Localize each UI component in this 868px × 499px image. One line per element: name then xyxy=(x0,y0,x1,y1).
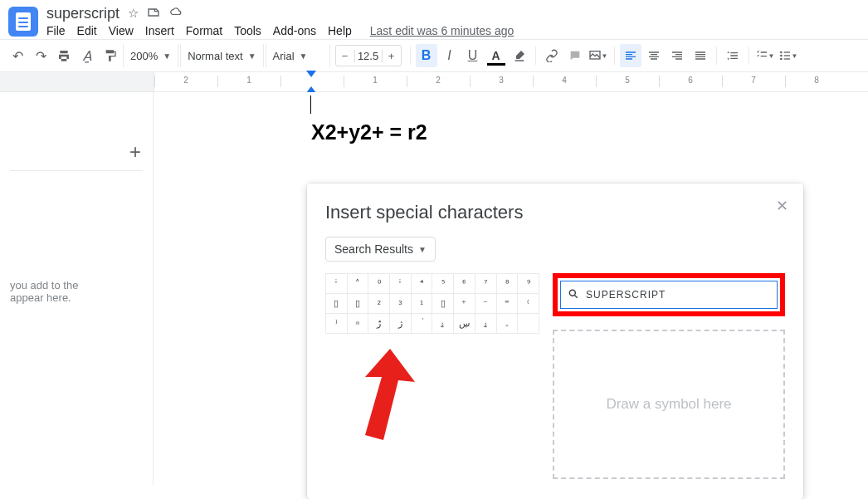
char-cell[interactable]: ۦ xyxy=(496,314,518,334)
char-cell[interactable]: ⁺ xyxy=(454,294,475,314)
paint-format-button[interactable] xyxy=(100,44,121,67)
ruler-tick: 3 xyxy=(470,76,533,87)
char-cell[interactable]: ژ xyxy=(390,314,412,334)
font-size-stepper[interactable]: − 12.5 + xyxy=(335,45,402,66)
char-cell[interactable]: ⁶ xyxy=(454,274,475,294)
svg-point-1 xyxy=(780,51,783,54)
ruler-tick: 1 xyxy=(344,76,407,87)
redo-button[interactable]: ↷ xyxy=(30,44,51,67)
font-select[interactable]: Arial ▼ xyxy=(266,44,330,67)
svg-point-2 xyxy=(780,55,783,57)
font-value: Arial xyxy=(273,50,295,62)
char-cell[interactable]: ۿ xyxy=(432,314,454,334)
zoom-value: 200% xyxy=(130,50,158,62)
align-right-button[interactable] xyxy=(666,44,688,67)
char-cell[interactable]: ▯ xyxy=(347,294,368,314)
char-cell[interactable]: ⁾ xyxy=(326,314,348,334)
outline-pane: + you add to the appear here. xyxy=(0,92,154,485)
underline-button[interactable]: U xyxy=(462,44,484,67)
docs-logo-glyph xyxy=(16,12,31,31)
char-cell[interactable]: ▯ xyxy=(326,294,348,314)
align-center-button[interactable] xyxy=(643,44,665,67)
ruler[interactable]: 2112345678 xyxy=(0,72,868,92)
char-cell[interactable]: ڑ xyxy=(368,314,390,334)
char-cell[interactable]: ⁹ xyxy=(518,274,539,294)
char-cell[interactable]: ⁸ xyxy=(496,274,518,294)
svg-point-3 xyxy=(780,58,783,61)
menu-format[interactable]: Format xyxy=(186,24,222,37)
bold-button[interactable]: B xyxy=(416,44,437,67)
star-icon[interactable]: ☆ xyxy=(128,6,139,22)
add-outline-button[interactable]: + xyxy=(129,140,141,164)
document-content[interactable]: X2+y2+ = r2 xyxy=(154,92,868,144)
last-edit-link[interactable]: Last edit was 6 minutes ago xyxy=(370,24,514,37)
search-box[interactable] xyxy=(560,281,778,309)
link-button[interactable] xyxy=(541,44,563,67)
char-grid[interactable]: ⁱ˄⁰ⁱ⁴⁵⁶⁷⁸⁹▯▯²³¹▯⁺⁻⁼⁽⁾ⁿڑژؙۿڛۿۦ xyxy=(325,273,539,334)
docs-logo[interactable] xyxy=(8,7,38,37)
char-cell[interactable]: ۿ xyxy=(475,314,496,334)
menu-help[interactable]: Help xyxy=(328,24,352,37)
char-cell[interactable]: ⁵ xyxy=(432,274,454,294)
char-cell[interactable]: ⁼ xyxy=(496,294,518,314)
print-button[interactable] xyxy=(53,44,75,67)
char-cell[interactable]: ڛ xyxy=(454,314,475,334)
highlight-button[interactable] xyxy=(509,44,530,67)
doc-line-1[interactable]: X2+y2+ = r2 xyxy=(311,120,427,144)
checklist-button[interactable]: ▼ xyxy=(754,44,776,67)
search-input[interactable] xyxy=(584,288,770,301)
comment-button[interactable] xyxy=(564,44,586,67)
char-cell[interactable]: ³ xyxy=(390,294,412,314)
char-cell[interactable]: ² xyxy=(368,294,390,314)
titlebar: superscript ☆ File Edit View Insert Form… xyxy=(0,0,868,39)
draw-hint: Draw a symbol here xyxy=(606,396,731,413)
ruler-tick: 2 xyxy=(154,76,217,87)
menu-insert[interactable]: Insert xyxy=(145,24,174,37)
style-value: Normal text xyxy=(188,50,242,62)
align-left-button[interactable] xyxy=(620,44,641,67)
indent-marker-top[interactable] xyxy=(306,71,316,77)
char-cell[interactable]: ⁽ xyxy=(518,294,539,314)
char-cell[interactable]: ؙ xyxy=(411,314,432,334)
bulleted-list-button[interactable]: ▼ xyxy=(778,44,799,67)
font-size-dec[interactable]: − xyxy=(336,50,354,62)
draw-area[interactable]: Draw a symbol here xyxy=(553,330,785,479)
char-cell[interactable] xyxy=(518,314,539,334)
spellcheck-button[interactable]: A̱ xyxy=(76,44,98,67)
font-size-inc[interactable]: + xyxy=(383,50,401,62)
italic-button[interactable]: I xyxy=(439,44,461,67)
zoom-select[interactable]: 200% ▼ xyxy=(123,44,178,67)
style-select[interactable]: Normal text ▼ xyxy=(180,44,263,67)
char-cell[interactable]: ⁱ xyxy=(326,274,348,294)
menu-tools[interactable]: Tools xyxy=(234,24,261,37)
doc-title[interactable]: superscript xyxy=(46,5,119,22)
char-cell[interactable]: ⁷ xyxy=(475,274,496,294)
text-cursor xyxy=(310,95,311,114)
image-button[interactable]: ▼ xyxy=(588,44,609,67)
outline-hint: you add to the appear here. xyxy=(10,279,143,304)
close-icon[interactable]: ✕ xyxy=(776,197,788,215)
char-cell[interactable]: ˄ xyxy=(347,274,368,294)
font-size-value[interactable]: 12.5 xyxy=(354,50,383,62)
char-cell[interactable]: ▯ xyxy=(432,294,454,314)
char-cell[interactable]: ¹ xyxy=(411,294,432,314)
char-cell[interactable]: ⁰ xyxy=(368,274,390,294)
undo-button[interactable]: ↶ xyxy=(7,44,28,67)
char-cell[interactable]: ⁿ xyxy=(347,314,368,334)
dialog-title: Insert special characters xyxy=(325,202,785,223)
search-icon xyxy=(568,288,579,302)
char-grid-wrap: ⁱ˄⁰ⁱ⁴⁵⁶⁷⁸⁹▯▯²³¹▯⁺⁻⁼⁽⁾ⁿڑژؙۿڛۿۦ xyxy=(325,273,539,479)
char-cell[interactable]: ⁴ xyxy=(411,274,432,294)
char-cell[interactable]: ⁻ xyxy=(475,294,496,314)
cloud-saved-icon[interactable] xyxy=(168,6,183,22)
menu-edit[interactable]: Edit xyxy=(77,24,97,37)
menu-addons[interactable]: Add-ons xyxy=(273,24,316,37)
menu-file[interactable]: File xyxy=(46,24,66,37)
move-icon[interactable] xyxy=(147,6,160,22)
menu-view[interactable]: View xyxy=(109,24,134,37)
char-cell[interactable]: ⁱ xyxy=(390,274,412,294)
text-color-button[interactable]: A xyxy=(485,44,507,67)
align-justify-button[interactable] xyxy=(690,44,711,67)
line-spacing-button[interactable] xyxy=(722,44,744,67)
category-filter[interactable]: Search Results ▼ xyxy=(325,237,436,262)
